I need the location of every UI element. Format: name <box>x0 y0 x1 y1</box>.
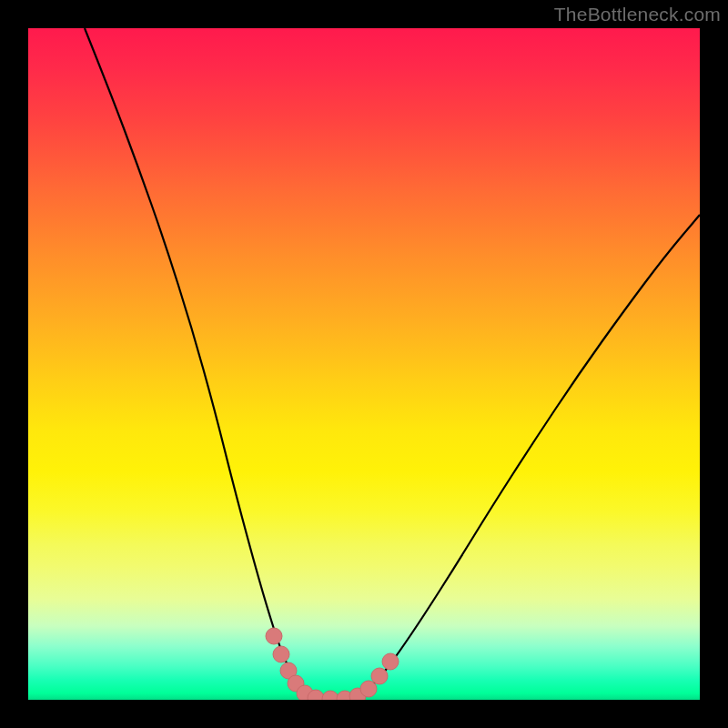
marker-dot <box>322 691 339 700</box>
marker-dot <box>273 646 289 662</box>
watermark-text: TheBottleneck.com <box>554 4 721 25</box>
right-ascent-curve <box>351 215 700 700</box>
left-descent-curve <box>85 28 319 700</box>
curve-group <box>85 28 700 700</box>
marker-dot <box>266 628 282 644</box>
curves-svg <box>28 28 700 700</box>
marker-group <box>266 628 399 700</box>
marker-dot <box>371 668 388 684</box>
marker-dot <box>382 653 399 670</box>
outer-frame: TheBottleneck.com <box>0 0 728 728</box>
plot-area <box>28 28 700 700</box>
marker-dot <box>360 681 377 697</box>
